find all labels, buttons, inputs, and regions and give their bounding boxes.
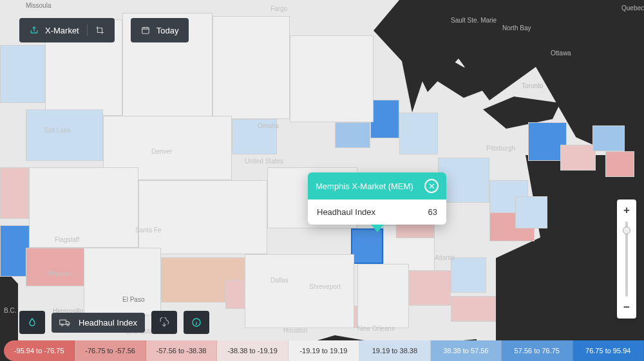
date-selector-label: Today (156, 26, 179, 35)
date-selector-button[interactable]: Today (131, 18, 189, 42)
map-region[interactable] (451, 296, 496, 322)
share-icon (30, 26, 39, 35)
popup-metric-label: Headhaul Index (317, 207, 375, 217)
close-icon[interactable]: ✕ (424, 179, 439, 193)
map-region[interactable] (399, 113, 438, 154)
popup-title: Memphis X-Market (MEM) (316, 181, 413, 191)
legend-cell: -38.38 to -19.19 (217, 340, 288, 361)
crop-icon (95, 26, 104, 35)
bottom-controls: Headhaul Index (19, 311, 209, 334)
map-region[interactable] (245, 254, 354, 328)
zoom-in-button[interactable]: + (617, 203, 636, 218)
index-selector-button[interactable]: Headhaul Index (52, 313, 145, 333)
popup-tail (371, 225, 384, 232)
info-button[interactable] (184, 311, 209, 334)
popup-body: Headhaul Index 63 (308, 199, 446, 225)
top-controls: X-Market Today (19, 18, 189, 42)
map-region[interactable] (84, 248, 161, 315)
index-selector-label: Headhaul Index (79, 318, 137, 328)
legend-cell: -19.19 to 19.19 (289, 340, 359, 361)
divider (87, 24, 88, 36)
market-popup: Memphis X-Market (MEM) ✕ Headhaul Index … (308, 172, 446, 225)
map-region[interactable] (560, 145, 596, 171)
map-region[interactable] (290, 35, 374, 122)
metric-selector-label: X-Market (45, 26, 79, 35)
map-region[interactable] (232, 119, 277, 154)
map-region[interactable] (0, 45, 45, 103)
popup-header: Memphis X-Market (MEM) ✕ (308, 172, 446, 199)
map-region[interactable] (357, 264, 409, 328)
svg-rect-0 (142, 28, 149, 33)
map-region[interactable] (592, 125, 625, 151)
region-grid (0, 0, 644, 338)
legend-cell: -95.94 to -76.75 (4, 340, 75, 361)
legend-cell: 19.19 to 38.38 (359, 340, 430, 361)
truck-icon (59, 318, 71, 327)
droplet-button[interactable] (19, 311, 45, 334)
legend-cell: 57.56 to 76.75 (502, 340, 573, 361)
legend-cell: 76.75 to 95.94 (573, 340, 644, 361)
map-region[interactable] (26, 248, 90, 286)
map-region[interactable] (406, 270, 451, 306)
zoom-slider-thumb[interactable] (623, 227, 630, 234)
legend-cell: -76.75 to -57.56 (75, 340, 146, 361)
download-button[interactable] (151, 311, 177, 334)
popup-metric-value: 63 (428, 207, 437, 217)
legend-cell: -57.56 to -38.38 (146, 340, 217, 361)
legend: -95.94 to -76.75-76.75 to -57.56-57.56 t… (0, 340, 644, 361)
zoom-out-button[interactable]: − (617, 301, 636, 315)
zoom-slider[interactable] (625, 221, 628, 297)
svg-point-3 (67, 324, 69, 326)
zoom-control: + − (617, 199, 636, 319)
legend-cell: 38.38 to 57.56 (431, 340, 502, 361)
map-region[interactable] (0, 167, 29, 219)
map-region[interactable] (213, 16, 290, 119)
map-region[interactable] (370, 100, 399, 138)
map-region-selected[interactable] (351, 228, 383, 264)
map-region[interactable] (451, 257, 486, 293)
map-region[interactable] (26, 109, 103, 161)
map-region[interactable] (605, 151, 634, 177)
calendar-icon (141, 26, 150, 35)
map-region[interactable] (335, 122, 370, 148)
map-region[interactable] (515, 196, 547, 228)
map-region[interactable] (138, 180, 267, 254)
metric-selector-button[interactable]: X-Market (19, 18, 115, 42)
svg-point-2 (61, 324, 63, 326)
map-region[interactable] (29, 167, 138, 248)
